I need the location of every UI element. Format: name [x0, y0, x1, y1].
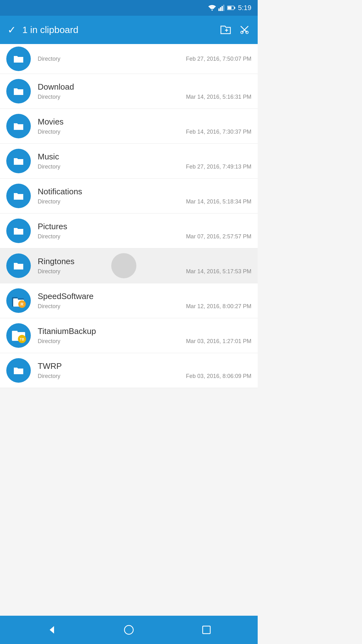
file-date: Mar 12, 2016, 8:00:27 PM	[186, 303, 251, 310]
svg-rect-3	[222, 6, 223, 11]
folder-icon-circle	[6, 184, 31, 208]
file-name: Music	[38, 152, 251, 162]
file-type: Directory	[38, 129, 60, 135]
file-name: Notifications	[38, 187, 251, 197]
file-name: Pictures	[38, 222, 251, 231]
file-info: Pictures Directory Mar 07, 2016, 2:57:57…	[38, 222, 251, 240]
svg-rect-4	[223, 5, 224, 11]
app-bar: ✓ 1 in clipboard	[0, 16, 258, 44]
folder-icon	[13, 190, 24, 202]
file-info: Download Directory Mar 14, 2016, 5:16:31…	[38, 82, 251, 100]
file-type: Directory	[38, 338, 60, 345]
list-item[interactable]: TB TitaniumBackup Directory Mar 03, 2016…	[0, 318, 258, 353]
status-icons: 5:19	[208, 4, 251, 12]
file-meta: Directory Mar 03, 2016, 1:27:01 PM	[38, 338, 251, 345]
recent-apps-button[interactable]	[197, 620, 216, 639]
list-item[interactable]: R SpeedSoftware Directory Mar 12, 2016, …	[0, 283, 258, 318]
file-type: Directory	[38, 233, 60, 240]
svg-rect-2	[220, 7, 221, 11]
signal-icon	[218, 5, 225, 11]
list-item[interactable]: Music Directory Feb 27, 2016, 7:49:13 PM	[0, 144, 258, 179]
titanium-icon-circle: TB	[6, 323, 31, 348]
file-meta: Directory Feb 03, 2016, 8:06:09 PM	[38, 373, 251, 380]
file-type: Directory	[38, 94, 60, 100]
file-type: Directory	[38, 303, 60, 310]
file-date: Mar 14, 2016, 5:18:34 PM	[186, 198, 251, 205]
home-icon	[123, 625, 134, 635]
folder-icon-circle	[6, 358, 31, 383]
file-date: Mar 14, 2016, 5:17:53 PM	[186, 268, 251, 275]
folder-icon-circle	[6, 219, 31, 243]
file-meta: Directory Feb 14, 2016, 7:30:37 PM	[38, 129, 251, 135]
wifi-icon	[208, 5, 216, 11]
svg-text:R: R	[20, 302, 24, 307]
folder-icon	[13, 225, 24, 236]
file-meta: Directory Mar 07, 2016, 2:57:57 PM	[38, 233, 251, 240]
status-time: 5:19	[238, 4, 251, 12]
list-item[interactable]: TWRP Directory Feb 03, 2016, 8:06:09 PM	[0, 353, 258, 388]
file-info: Music Directory Feb 27, 2016, 7:49:13 PM	[38, 152, 251, 170]
list-item[interactable]: Movies Directory Feb 14, 2016, 7:30:37 P…	[0, 109, 258, 144]
file-info: Movies Directory Feb 14, 2016, 7:30:37 P…	[38, 117, 251, 135]
svg-marker-26	[50, 626, 54, 634]
check-icon[interactable]: ✓	[8, 24, 16, 36]
status-bar: 5:19	[0, 0, 258, 16]
file-meta: Directory Mar 14, 2016, 5:18:34 PM	[38, 198, 251, 205]
file-date: Feb 03, 2016, 8:06:09 PM	[186, 373, 251, 380]
file-name: Download	[38, 82, 251, 92]
file-date: Mar 07, 2016, 2:57:57 PM	[186, 233, 251, 240]
folder-icon	[13, 260, 24, 271]
file-meta: Directory Mar 14, 2016, 5:17:53 PM	[38, 268, 251, 275]
file-meta: Directory Mar 12, 2016, 8:00:27 PM	[38, 303, 251, 310]
svg-rect-23	[12, 331, 18, 333]
svg-text:TB: TB	[20, 337, 25, 341]
file-list: Directory Feb 27, 2016, 7:50:07 PM Downl…	[0, 44, 258, 388]
file-type: Directory	[38, 164, 60, 170]
bottom-nav	[0, 616, 258, 644]
home-button[interactable]	[119, 620, 138, 639]
svg-rect-19	[13, 298, 18, 300]
svg-rect-6	[234, 7, 235, 9]
folder-icon-circle	[6, 47, 31, 71]
svg-rect-7	[228, 7, 232, 9]
folder-icon-circle	[6, 114, 31, 138]
list-item[interactable]: Pictures Directory Mar 07, 2016, 2:57:57…	[0, 214, 258, 248]
list-item[interactable]: Directory Feb 27, 2016, 7:50:07 PM	[0, 44, 258, 74]
file-info: Notifications Directory Mar 14, 2016, 5:…	[38, 187, 251, 205]
file-meta: Directory Feb 27, 2016, 7:50:07 PM	[38, 56, 251, 62]
cut-icon[interactable]	[239, 24, 250, 36]
file-date: Mar 03, 2016, 1:27:01 PM	[186, 338, 251, 345]
folder-icon-circle	[6, 253, 31, 278]
folder-icon	[13, 365, 24, 376]
file-date: Mar 14, 2016, 5:16:31 PM	[186, 94, 251, 100]
file-info: Directory Feb 27, 2016, 7:50:07 PM	[38, 56, 251, 62]
file-type: Directory	[38, 198, 60, 205]
svg-point-0	[211, 9, 213, 11]
new-folder-icon[interactable]	[220, 24, 231, 36]
svg-rect-1	[218, 8, 220, 11]
file-type: Directory	[38, 56, 60, 62]
file-date: Feb 14, 2016, 7:30:37 PM	[186, 129, 251, 135]
file-info: TitaniumBackup Directory Mar 03, 2016, 1…	[38, 326, 251, 345]
speedsoftware-icon-circle: R	[6, 288, 31, 313]
list-item[interactable]: Ringtones Directory Mar 14, 2016, 5:17:5…	[0, 248, 258, 283]
file-name: TWRP	[38, 361, 251, 371]
svg-line-14	[241, 26, 244, 30]
folder-icon	[13, 53, 24, 64]
folder-icon	[13, 120, 24, 132]
ripple-effect	[111, 253, 136, 278]
file-name: TitaniumBackup	[38, 326, 251, 336]
file-info: TWRP Directory Feb 03, 2016, 8:06:09 PM	[38, 361, 251, 380]
file-date: Feb 27, 2016, 7:49:13 PM	[186, 164, 251, 170]
folder-icon	[13, 155, 24, 167]
recent-apps-icon	[201, 625, 212, 635]
svg-point-27	[124, 625, 133, 634]
list-item[interactable]: Download Directory Mar 14, 2016, 5:16:31…	[0, 74, 258, 109]
back-icon	[46, 625, 57, 635]
svg-rect-28	[203, 626, 210, 634]
titanium-folder-icon: TB	[10, 327, 27, 344]
file-type: Directory	[38, 268, 60, 275]
back-button[interactable]	[42, 620, 61, 639]
folder-icon-circle	[6, 149, 31, 173]
list-item[interactable]: Notifications Directory Mar 14, 2016, 5:…	[0, 179, 258, 214]
